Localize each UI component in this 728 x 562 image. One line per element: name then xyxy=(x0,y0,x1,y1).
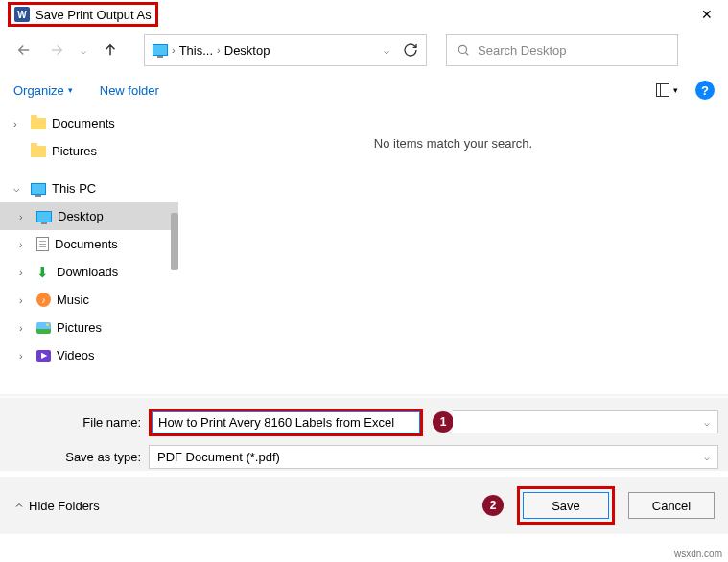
monitor-icon xyxy=(31,183,46,195)
filename-highlight xyxy=(149,409,423,436)
svg-point-0 xyxy=(458,45,466,53)
refresh-icon[interactable] xyxy=(403,42,418,58)
chevron-right-icon: › xyxy=(172,44,176,56)
layout-view-button[interactable]: ▾ xyxy=(656,83,678,97)
title-bar: W Save Print Output As ✕ xyxy=(0,0,728,29)
breadcrumb-2[interactable]: Desktop xyxy=(224,43,270,58)
word-app-icon: W xyxy=(14,7,30,22)
annotation-badge-1: 1 xyxy=(433,411,454,433)
tree-item-pictures-quick[interactable]: Pictures xyxy=(0,137,178,165)
chevron-right-icon[interactable]: › xyxy=(19,322,31,334)
cancel-button[interactable]: Cancel xyxy=(628,492,715,519)
savetype-label: Save as type: xyxy=(10,450,149,464)
up-icon[interactable] xyxy=(102,41,119,59)
tree-item-documents[interactable]: ›Documents xyxy=(0,230,178,258)
layout-icon xyxy=(656,83,669,97)
save-as-type-select[interactable]: PDF Document (*.pdf) ⌵ xyxy=(149,445,718,469)
form-area: File name: 1 ⌵ Save as type: PDF Documen… xyxy=(0,398,728,471)
tree-item-this-pc[interactable]: ⌵This PC xyxy=(0,175,178,202)
help-icon[interactable]: ? xyxy=(695,81,715,100)
tree-item-downloads[interactable]: ›⬇Downloads xyxy=(0,258,178,286)
filename-input[interactable] xyxy=(152,411,420,433)
tree-item-videos[interactable]: ›▶Videos xyxy=(0,341,178,369)
recent-dropdown-icon[interactable]: ⌵ xyxy=(77,41,90,59)
command-bar: Organize▾ New folder ▾ ? xyxy=(0,71,728,109)
chevron-right-icon[interactable]: › xyxy=(19,239,31,250)
folder-icon xyxy=(31,118,46,129)
folder-icon xyxy=(31,146,46,157)
filename-combo-rest[interactable]: ⌵ xyxy=(453,410,718,433)
tree-item-music[interactable]: ›♪Music xyxy=(0,286,178,314)
chevron-up-icon xyxy=(13,500,25,511)
chevron-right-icon[interactable]: › xyxy=(19,294,31,306)
nav-tree: ›Documents Pictures ⌵This PC ›Desktop ›D… xyxy=(0,109,178,394)
chevron-down-icon[interactable]: ⌵ xyxy=(13,182,25,195)
watermark: wsxdn.com xyxy=(674,549,722,559)
back-icon[interactable] xyxy=(12,37,36,62)
chevron-right-icon[interactable]: › xyxy=(19,211,31,222)
window-title: Save Print Output As xyxy=(35,8,152,22)
address-dropdown-icon[interactable]: ⌵ xyxy=(384,45,389,56)
address-bar[interactable]: › This... › Desktop ⌵ xyxy=(144,34,427,66)
search-box[interactable]: Search Desktop xyxy=(446,34,678,66)
new-folder-button[interactable]: New folder xyxy=(100,83,159,98)
video-icon: ▶ xyxy=(36,350,51,362)
title-highlight: W Save Print Output As xyxy=(8,2,158,27)
forward-icon[interactable] xyxy=(44,37,69,62)
content-pane: No items match your search. xyxy=(178,109,728,394)
save-highlight: Save xyxy=(517,486,615,525)
search-icon xyxy=(457,43,470,57)
chevron-right-icon[interactable]: › xyxy=(19,267,31,278)
tree-item-pictures[interactable]: ›Pictures xyxy=(0,314,178,341)
dialog-footer: Hide Folders 2 Save Cancel xyxy=(0,477,728,534)
tree-item-documents-quick[interactable]: ›Documents xyxy=(0,109,178,137)
nav-bar: ⌵ › This... › Desktop ⌵ Search Desktop xyxy=(0,29,728,71)
save-button[interactable]: Save xyxy=(523,492,609,519)
chevron-right-icon[interactable]: › xyxy=(19,350,31,362)
document-icon xyxy=(36,237,49,251)
organize-menu[interactable]: Organize▾ xyxy=(13,83,73,98)
empty-message: No items match your search. xyxy=(374,136,532,151)
tree-item-desktop[interactable]: ›Desktop xyxy=(0,202,178,230)
chevron-down-icon: ⌵ xyxy=(704,452,710,462)
chevron-right-icon[interactable]: › xyxy=(13,118,25,129)
annotation-badge-2: 2 xyxy=(482,495,504,516)
music-icon: ♪ xyxy=(36,293,51,307)
monitor-icon xyxy=(153,44,168,56)
filename-label: File name: xyxy=(10,415,149,430)
pictures-icon xyxy=(36,322,51,334)
monitor-icon xyxy=(36,211,52,222)
close-icon[interactable]: ✕ xyxy=(693,3,720,26)
breadcrumb-1[interactable]: This... xyxy=(179,43,213,58)
search-placeholder: Search Desktop xyxy=(478,43,567,58)
tree-scrollbar[interactable] xyxy=(171,213,178,270)
hide-folders-button[interactable]: Hide Folders xyxy=(13,499,100,513)
chevron-right-icon: › xyxy=(217,44,221,56)
download-icon: ⬇ xyxy=(36,265,51,279)
